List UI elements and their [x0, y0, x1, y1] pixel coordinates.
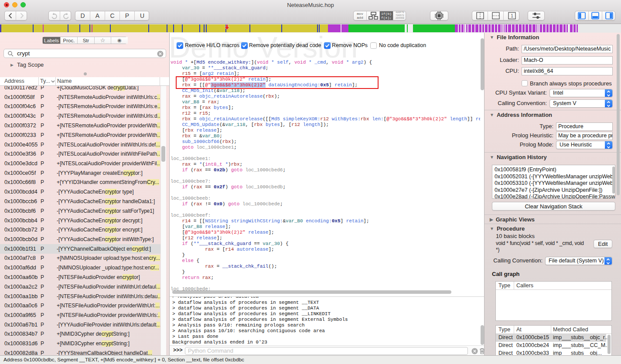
- svg-text:1: 1: [511, 14, 513, 18]
